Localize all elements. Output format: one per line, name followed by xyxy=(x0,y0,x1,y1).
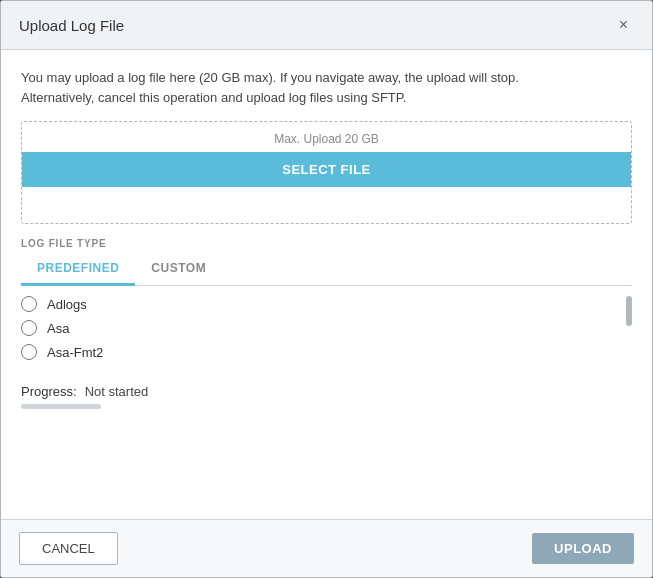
description-text: You may upload a log file here (20 GB ma… xyxy=(21,68,632,107)
upload-button[interactable]: UPLOAD xyxy=(532,533,634,564)
radio-item-adlogs[interactable]: Adlogs xyxy=(21,296,626,312)
progress-label: Progress: xyxy=(21,384,77,399)
radio-asa[interactable] xyxy=(21,320,37,336)
radio-adlogs[interactable] xyxy=(21,296,37,312)
upload-zone: Max. Upload 20 GB SELECT FILE xyxy=(21,121,632,224)
progress-row: Progress: Not started xyxy=(21,384,632,399)
section-label: LOG FILE TYPE xyxy=(21,238,632,249)
tab-predefined[interactable]: PREDEFINED xyxy=(21,253,135,286)
progress-status: Not started xyxy=(85,384,149,399)
progress-section: Progress: Not started xyxy=(21,384,632,409)
tab-custom[interactable]: CUSTOM xyxy=(135,253,222,286)
dialog-body: You may upload a log file here (20 GB ma… xyxy=(1,50,652,519)
radio-list: Adlogs Asa Asa-Fmt2 xyxy=(21,286,632,370)
cancel-button[interactable]: CANCEL xyxy=(19,532,118,565)
dialog-footer: CANCEL UPLOAD xyxy=(1,519,652,577)
progress-bar-track xyxy=(21,404,101,409)
upload-log-dialog: Upload Log File × You may upload a log f… xyxy=(0,0,653,578)
max-upload-label: Max. Upload 20 GB xyxy=(274,122,379,152)
description-line1: You may upload a log file here (20 GB ma… xyxy=(21,68,632,88)
dialog-header: Upload Log File × xyxy=(1,1,652,50)
description-line2: Alternatively, cancel this operation and… xyxy=(21,88,632,108)
radio-item-asa[interactable]: Asa xyxy=(21,320,626,336)
radio-label-asa: Asa xyxy=(47,321,69,336)
radio-asa-fmt2[interactable] xyxy=(21,344,37,360)
dialog-title: Upload Log File xyxy=(19,17,124,34)
radio-item-asa-fmt2[interactable]: Asa-Fmt2 xyxy=(21,344,626,360)
close-button[interactable]: × xyxy=(613,15,634,35)
radio-label-asa-fmt2: Asa-Fmt2 xyxy=(47,345,103,360)
scroll-indicator xyxy=(626,296,632,326)
radio-label-adlogs: Adlogs xyxy=(47,297,87,312)
tabs: PREDEFINED CUSTOM xyxy=(21,253,632,286)
tab-content: Adlogs Asa Asa-Fmt2 xyxy=(21,286,632,370)
log-file-type-section: LOG FILE TYPE PREDEFINED CUSTOM Adlogs A… xyxy=(21,238,632,370)
drop-area[interactable] xyxy=(22,187,631,223)
select-file-button[interactable]: SELECT FILE xyxy=(22,152,631,187)
